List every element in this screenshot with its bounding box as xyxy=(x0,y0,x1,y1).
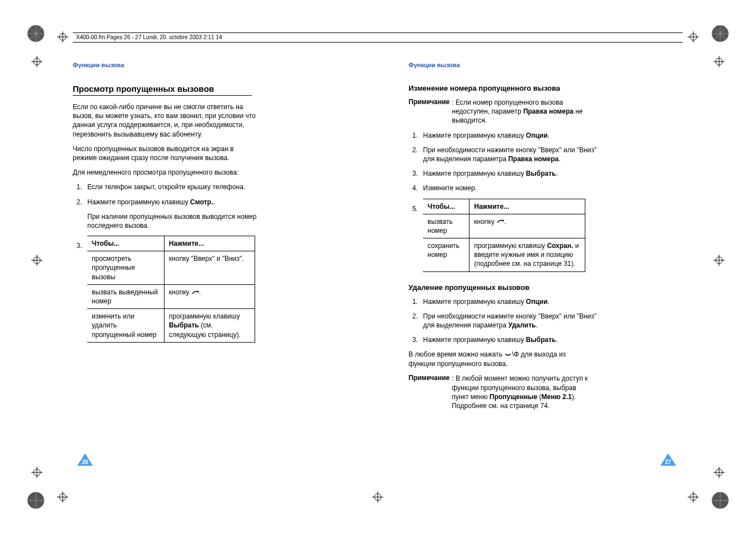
page-title: Просмотр пропущенных вызовов xyxy=(73,84,252,96)
cell-text: программную клавишу xyxy=(169,312,240,320)
table-cell: просмотреть пропущенные вызовы xyxy=(87,251,164,285)
bold-term: Смотр. xyxy=(190,198,213,206)
step-item: Измените номер. xyxy=(420,184,604,193)
step-item: При необходимости нажмите кнопку "Вверх"… xyxy=(420,146,604,163)
text: . xyxy=(556,170,557,177)
text: Нажмите программную клавишу xyxy=(423,298,526,306)
body-text: Если по какой-либо причине вы не смогли … xyxy=(73,102,257,139)
bold-term: Удалить xyxy=(508,321,536,329)
table-cell: сохранить номер xyxy=(423,238,469,272)
bold-term: Опции xyxy=(526,132,548,139)
table-header: Нажмите... xyxy=(469,199,585,214)
step-item: Чтобы...Нажмите... вызвать номеркнопку .… xyxy=(420,199,604,272)
step-subtext: При наличии пропущенных вызовов выводитс… xyxy=(87,212,269,230)
step-text: Нажмите программную клавишу xyxy=(87,198,190,206)
starburst-icon xyxy=(27,25,45,43)
table-cell: кнопку . xyxy=(469,214,585,238)
crop-mark-icon xyxy=(31,467,43,478)
bold-term: Выбрать xyxy=(169,321,199,329)
page-right: Функции вызова Изменение номера пропущен… xyxy=(408,62,699,416)
action-table: Чтобы...Нажмите... вызвать номеркнопку .… xyxy=(423,199,585,272)
crop-mark-icon xyxy=(372,491,383,503)
step-list: Если телефон закрыт, откройте крышку тел… xyxy=(73,182,269,342)
starburst-icon xyxy=(711,491,729,509)
text: ( xyxy=(537,393,541,401)
call-key-icon xyxy=(191,288,199,297)
text: Нажмите программную клавишу xyxy=(423,336,526,344)
step-item: Нажмите программную клавишу Смотр.. При … xyxy=(84,198,269,231)
body-text: Для немедленного просмотра пропущенного … xyxy=(73,168,257,177)
bold-term: Правка номера xyxy=(523,107,574,115)
text: . xyxy=(556,336,557,344)
crop-mark-icon xyxy=(31,255,43,266)
text: . xyxy=(548,132,550,139)
subsection-title: Удаление пропущенных вызовов xyxy=(408,283,593,292)
action-table: Чтобы...Нажмите... просмотреть пропущенн… xyxy=(87,236,255,343)
crop-mark-icon xyxy=(57,491,68,503)
bold-term: Опции xyxy=(526,298,548,306)
bold-term: Меню 2.1 xyxy=(542,393,572,401)
step-list: Нажмите программную клавишу Опции. При н… xyxy=(408,131,604,272)
framemaker-header: X400-00.fm Pages 26 - 27 Lundi, 20. octo… xyxy=(73,32,683,43)
call-key-icon xyxy=(496,217,504,226)
step-item: При необходимости нажмите кнопку "Вверх"… xyxy=(420,312,604,330)
table-cell: программную клавишу Сохран. и введите ну… xyxy=(469,238,585,272)
page-left: Функции вызова Просмотр пропущенных вызо… xyxy=(73,62,364,348)
note-text: : Если номер пропущенного вызова недосту… xyxy=(452,98,593,125)
text: Нажмите программную клавишу xyxy=(423,132,526,139)
page-number: 27 xyxy=(660,459,676,465)
step-item: Если телефон закрыт, откройте крышку тел… xyxy=(84,182,269,191)
crop-mark-icon xyxy=(57,31,68,43)
crop-mark-icon xyxy=(688,491,699,503)
crop-mark-icon xyxy=(713,467,725,478)
bold-term: Сохран. xyxy=(547,242,573,250)
step-list: Нажмите программную клавишу Опции. При н… xyxy=(408,297,604,345)
step-text: . xyxy=(213,198,215,206)
note: Примечание : Если номер пропущенного выз… xyxy=(408,98,593,125)
table-cell: кнопку . xyxy=(164,284,255,308)
table-header: Нажмите... xyxy=(164,236,255,251)
crop-mark-icon xyxy=(688,31,699,43)
text: . xyxy=(548,298,550,306)
page-number: 26 xyxy=(77,459,93,465)
table-header: Чтобы... xyxy=(423,199,469,214)
bold-term: Выбрать xyxy=(526,170,556,177)
body-text: Число пропущенных вызовов выводится на э… xyxy=(73,144,257,162)
crop-mark-icon xyxy=(713,56,725,67)
text: В любое время можно нажать xyxy=(408,350,504,358)
step-item: Чтобы...Нажмите... просмотреть пропущенн… xyxy=(84,236,269,343)
step-item: Нажмите программную клавишу Опции. xyxy=(420,297,604,306)
table-cell: изменить или удалить пропущенный номер xyxy=(87,309,164,343)
cell-text: . xyxy=(504,218,506,226)
note-label: Примечание xyxy=(408,98,450,125)
text: . xyxy=(536,321,537,329)
note-label: Примечание xyxy=(408,374,450,410)
text: . xyxy=(558,155,560,163)
starburst-icon xyxy=(27,491,45,509)
step-item: Нажмите программную клавишу Опции. xyxy=(420,131,604,140)
cell-text: кнопку xyxy=(474,218,496,226)
table-cell: вызвать выведенный номер xyxy=(87,284,164,308)
note-text: : В любой момент можно получить доступ к… xyxy=(452,374,593,410)
bold-term: Выбрать xyxy=(526,336,556,344)
table-header: Чтобы... xyxy=(87,236,164,251)
crop-mark-icon xyxy=(31,56,43,67)
bold-term: Правка номера xyxy=(508,155,558,163)
cell-text: . xyxy=(199,288,201,296)
svg-point-51 xyxy=(508,355,509,356)
step-item: Нажмите программную клавишу Выбрать. xyxy=(420,169,604,178)
cell-text: кнопку xyxy=(169,288,191,296)
table-cell: кнопку "Вверх" и "Вниз". xyxy=(164,251,255,285)
starburst-icon xyxy=(711,25,729,43)
cell-text: программную клавишу xyxy=(474,242,547,250)
end-key-icon xyxy=(504,350,512,359)
note: Примечание : В любой момент можно получи… xyxy=(408,374,593,410)
section-header: Функции вызова xyxy=(408,62,699,68)
text: Нажмите программную клавишу xyxy=(423,170,526,177)
crop-mark-icon xyxy=(713,255,725,266)
bold-term: Пропущенные xyxy=(490,393,537,401)
step-item: Нажмите программную клавишу Выбрать. xyxy=(420,335,604,344)
subsection-title: Изменение номера пропущенного вызова xyxy=(408,84,593,92)
body-text: В любое время можно нажать \Ф для выхода… xyxy=(408,350,593,368)
table-cell: вызвать номер xyxy=(423,214,469,238)
